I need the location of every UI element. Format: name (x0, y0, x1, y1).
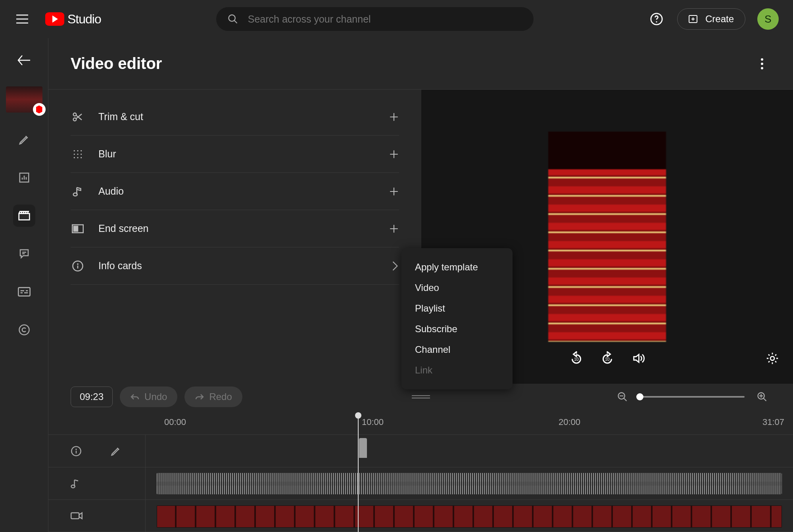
plus-icon (389, 186, 399, 197)
zoom-slider-thumb[interactable] (636, 393, 643, 400)
side-rail (0, 38, 48, 532)
music-icon (71, 478, 80, 489)
search-bar[interactable] (216, 7, 534, 31)
video-thumbnail[interactable] (6, 86, 42, 113)
tool-label: End screen (98, 223, 375, 234)
gear-icon (766, 352, 779, 365)
track-body[interactable] (146, 500, 793, 532)
help-icon (650, 12, 663, 26)
avatar-letter: S (764, 13, 771, 25)
nav-details[interactable] (13, 128, 35, 151)
studio-logo[interactable]: Studio (45, 12, 101, 27)
chevron-right-icon (391, 261, 399, 271)
shorts-badge (33, 103, 46, 116)
redo-label: Redo (209, 391, 232, 402)
zoom-slider[interactable] (640, 396, 745, 398)
svg-point-19 (77, 157, 78, 158)
tool-label: Audio (98, 186, 375, 197)
topbar: Studio Create S (0, 0, 793, 38)
timeline-section: 09:23 Undo Redo (48, 384, 793, 532)
svg-point-18 (74, 157, 75, 158)
create-button[interactable]: Create (677, 8, 745, 30)
audio-waveform[interactable] (157, 473, 782, 494)
info-icon (71, 446, 82, 457)
playhead[interactable] (358, 412, 359, 532)
svg-point-17 (81, 153, 82, 155)
zoom-in-button[interactable] (753, 388, 771, 406)
svg-point-16 (77, 153, 78, 155)
nav-copyright[interactable] (13, 319, 35, 341)
subtitles-icon (18, 287, 31, 297)
menu-video[interactable]: Video (401, 277, 513, 298)
menu-subscribe[interactable]: Subscribe (401, 319, 513, 339)
menu-playlist[interactable]: Playlist (401, 298, 513, 319)
tool-trim-cut[interactable]: Trim & cut (71, 98, 399, 136)
svg-point-8 (761, 63, 763, 65)
undo-button[interactable]: Undo (120, 387, 177, 407)
track-body[interactable] (146, 435, 793, 467)
pencil-icon[interactable] (110, 446, 121, 457)
rewind-10-button[interactable]: 10 (568, 350, 585, 367)
create-label: Create (705, 13, 734, 25)
redo-button[interactable]: Redo (184, 387, 242, 407)
forward-10-button[interactable]: 10 (599, 350, 616, 367)
zoom-out-button[interactable] (614, 388, 631, 406)
timeline-ruler[interactable]: 00:00 10:00 20:00 31:07 (48, 410, 793, 434)
nav-subtitles[interactable] (13, 281, 35, 303)
video-filmstrip[interactable] (157, 505, 782, 528)
panel-drag-handle[interactable] (412, 395, 430, 398)
menu-link: Link (401, 360, 513, 381)
tool-audio[interactable]: Audio (71, 173, 399, 210)
rewind-10-icon: 10 (569, 351, 584, 366)
current-time-display[interactable]: 09:23 (71, 387, 113, 407)
zoom-controls (614, 388, 771, 406)
nav-comments[interactable] (13, 243, 35, 265)
preview-settings-button[interactable] (764, 350, 781, 367)
zoom-out-icon (617, 391, 628, 402)
info-card-marker[interactable] (359, 438, 367, 458)
plus-icon (389, 149, 399, 159)
account-avatar[interactable]: S (757, 8, 779, 30)
track-body[interactable] (146, 467, 793, 499)
preview-frame[interactable] (548, 132, 666, 342)
back-arrow-icon (17, 55, 31, 66)
tool-label: Blur (98, 148, 375, 160)
kebab-icon (760, 58, 764, 70)
page-header: Video editor (48, 38, 793, 90)
svg-point-2 (656, 21, 657, 22)
search-input[interactable] (248, 13, 522, 25)
tool-info-cards[interactable]: Info cards (71, 247, 399, 285)
video-camera-icon (71, 511, 83, 521)
logo-text: Studio (67, 12, 101, 27)
nav-editor[interactable] (13, 205, 35, 227)
menu-apply-template[interactable]: Apply template (401, 257, 513, 277)
volume-icon (632, 352, 645, 365)
create-icon (689, 14, 700, 24)
svg-rect-5 (18, 287, 30, 296)
tool-end-screen[interactable]: End screen (71, 210, 399, 247)
forward-10-icon: 10 (600, 351, 614, 366)
menu-channel[interactable]: Channel (401, 339, 513, 360)
ruler-tick: 20:00 (559, 417, 580, 427)
undo-icon (130, 393, 140, 401)
svg-rect-34 (71, 513, 79, 519)
clapper-icon (18, 210, 31, 222)
help-button[interactable] (648, 10, 665, 28)
plus-icon (389, 112, 399, 122)
svg-point-28 (770, 356, 774, 360)
more-options-button[interactable] (753, 55, 771, 73)
tool-blur[interactable]: Blur (71, 136, 399, 173)
copyright-icon (18, 324, 30, 336)
zoom-in-icon (757, 391, 768, 402)
nav-analytics[interactable] (13, 166, 35, 189)
menu-toggle[interactable] (14, 11, 30, 27)
svg-text:10: 10 (605, 357, 610, 362)
volume-button[interactable] (630, 350, 647, 367)
svg-text:10: 10 (574, 357, 579, 362)
analytics-icon (18, 172, 30, 184)
content-column: Video editor Trim & cut (48, 38, 793, 532)
tool-label: Info cards (98, 260, 378, 272)
scissors-icon (72, 111, 84, 123)
topbar-right: Create S (648, 8, 779, 30)
back-button[interactable] (14, 50, 35, 71)
